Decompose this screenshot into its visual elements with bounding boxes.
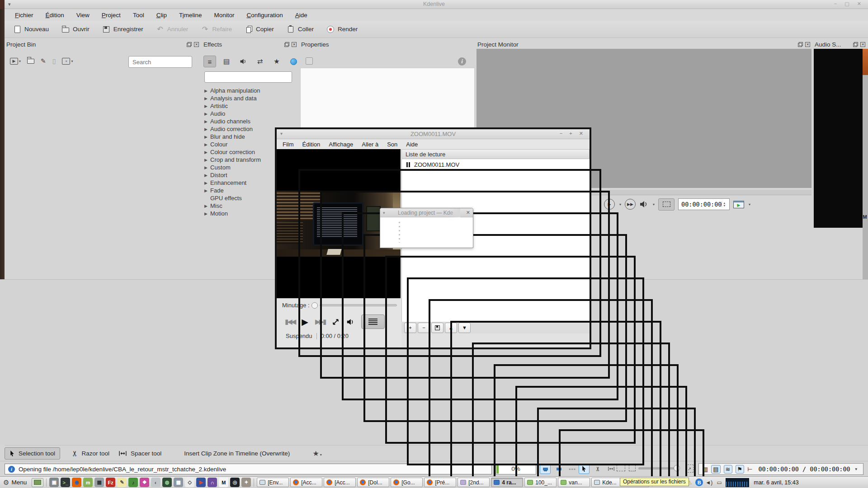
expand-arrow-icon[interactable]: ▶ bbox=[204, 127, 210, 131]
menu-item-project[interactable]: Project bbox=[102, 12, 121, 19]
window-titlebar[interactable]: ▾ Kdenlive − ▢ ✕ bbox=[0, 0, 868, 9]
razor-tool-button[interactable]: ✂ Razor tool bbox=[67, 447, 114, 460]
zone-mode-button[interactable] bbox=[658, 198, 675, 211]
timecode-dropdown-icon[interactable]: ▼ bbox=[854, 467, 858, 471]
coller-button[interactable]: Coller bbox=[283, 23, 318, 35]
player-menu-film[interactable]: Film bbox=[283, 141, 294, 148]
expand-arrow-icon[interactable]: ▶ bbox=[204, 135, 210, 139]
taskbar-window-button[interactable]: van... bbox=[558, 478, 590, 487]
terminal-launcher[interactable]: >_ bbox=[61, 478, 70, 487]
mkv-tool-launcher[interactable]: M bbox=[219, 478, 228, 487]
music-player-launcher[interactable]: ♪ bbox=[128, 478, 138, 487]
timeline-timecode[interactable]: 00:00:00:00 / 00:00:00:00 bbox=[758, 465, 850, 473]
float-panel-icon[interactable] bbox=[187, 42, 192, 47]
taskbar-window-button[interactable]: 100_... bbox=[524, 478, 557, 487]
expand-arrow-icon[interactable]: ▶ bbox=[204, 96, 210, 101]
ouvrir-button[interactable]: Ouvrir bbox=[57, 23, 94, 35]
copier-button[interactable]: Copier bbox=[241, 23, 278, 35]
taskbar-window-button[interactable]: [2nd... bbox=[458, 478, 490, 487]
effect-category[interactable]: ▶Alpha manipulation bbox=[204, 87, 296, 94]
close-panel-icon[interactable]: ✕ bbox=[860, 42, 865, 47]
obs-studio-launcher[interactable]: ◎ bbox=[230, 478, 240, 487]
favorite-star-icon[interactable]: ★▾ bbox=[312, 449, 321, 458]
firefox-launcher[interactable]: ◉ bbox=[72, 478, 81, 487]
show-desktop-button[interactable] bbox=[32, 478, 43, 487]
annuler-button[interactable]: ↶Annuler bbox=[152, 23, 193, 35]
taskbar-window-button[interactable]: [Pré... bbox=[424, 478, 456, 487]
menu-item-fichier[interactable]: Fichier bbox=[15, 12, 33, 19]
player-window-controls[interactable]: − + ✕ bbox=[560, 131, 586, 136]
taskbar-window-button[interactable]: [Acc... bbox=[324, 478, 356, 487]
spacer-tool-button[interactable]: Spacer tool bbox=[114, 447, 166, 460]
expand-arrow-icon[interactable]: ▶ bbox=[204, 173, 210, 178]
expand-arrow-icon[interactable]: ▶ bbox=[204, 165, 210, 170]
close-panel-icon[interactable]: ✕ bbox=[292, 42, 297, 47]
display-config-launcher[interactable]: ▣ bbox=[49, 478, 59, 487]
loading-project-dialog[interactable]: ▾ Loading project — Kde ✕ bbox=[380, 208, 473, 248]
dialog-close-icon[interactable]: ✕ bbox=[466, 210, 470, 216]
monitor-forward-button[interactable]: ▶▶ bbox=[625, 199, 636, 210]
view-mode-button[interactable]: ≡▾ bbox=[62, 58, 73, 65]
volume-icon[interactable]: ◄) bbox=[704, 478, 713, 487]
edit-clip-button[interactable]: ✎ bbox=[41, 57, 46, 65]
monitor-volume-icon[interactable] bbox=[639, 201, 648, 208]
menu-item-tool[interactable]: Tool bbox=[133, 12, 144, 19]
expand-arrow-icon[interactable]: ▶ bbox=[204, 188, 210, 193]
refaire-button[interactable]: ↷Refaire bbox=[197, 23, 236, 35]
nouveau-button[interactable]: Nouveau bbox=[9, 23, 53, 35]
dialog-caret-icon[interactable]: ▾ bbox=[383, 211, 385, 215]
volume-dropdown-icon[interactable]: ▾ bbox=[653, 202, 655, 206]
effect-category[interactable]: ▶Analysis and data bbox=[204, 94, 296, 102]
web-globe-launcher[interactable]: ◍ bbox=[162, 478, 172, 487]
menu-item-view[interactable]: View bbox=[76, 12, 90, 19]
video-editor-launcher[interactable]: ▶ bbox=[196, 478, 206, 487]
effects-search-input[interactable] bbox=[204, 71, 292, 83]
effect-category[interactable]: ▶Audio channels bbox=[204, 117, 296, 125]
player-menu-aller à[interactable]: Aller à bbox=[362, 141, 378, 148]
bluetooth-icon[interactable]: B bbox=[695, 479, 703, 486]
expand-arrow-icon[interactable]: ▶ bbox=[204, 142, 210, 147]
taskbar-window-button[interactable]: [Go... bbox=[391, 478, 423, 487]
timecode-spinner[interactable]: ▲▼ bbox=[722, 202, 726, 207]
expand-arrow-icon[interactable]: ▶ bbox=[204, 181, 210, 185]
video-thumbnails-icon[interactable]: ▤ bbox=[711, 465, 720, 474]
player-menu-affichage[interactable]: Affichage bbox=[329, 141, 353, 148]
expand-arrow-icon[interactable]: ▶ bbox=[204, 119, 210, 124]
effect-category[interactable]: ▶Artistic bbox=[204, 102, 296, 110]
play-options-dropdown-icon[interactable]: ▾ bbox=[619, 202, 621, 206]
expand-arrow-icon[interactable]: ▶ bbox=[204, 112, 210, 116]
float-panel-icon[interactable] bbox=[284, 42, 289, 47]
filezilla-launcher[interactable]: Fz bbox=[106, 478, 115, 487]
create-folder-button[interactable] bbox=[27, 59, 34, 64]
audio-level-slider[interactable] bbox=[863, 49, 868, 75]
expand-arrow-icon[interactable]: ▶ bbox=[204, 104, 210, 108]
headphones-launcher[interactable]: ∩ bbox=[208, 478, 217, 487]
gimp-launcher[interactable]: ✦ bbox=[241, 478, 251, 487]
player-menu-édition[interactable]: Édition bbox=[302, 141, 321, 148]
previous-button[interactable]: ▮◀◀ bbox=[285, 318, 295, 326]
close-panel-icon[interactable]: ✕ bbox=[805, 42, 810, 47]
video-effects-button[interactable]: ▤ bbox=[220, 56, 233, 67]
window-controls[interactable]: − ▢ ✕ bbox=[834, 1, 864, 7]
linux-mint-launcher[interactable]: m bbox=[83, 478, 93, 487]
media-device-launcher[interactable]: ▦ bbox=[94, 478, 104, 487]
menu-item-monitor[interactable]: Monitor bbox=[214, 12, 234, 19]
menu-item-aide[interactable]: Aide bbox=[295, 12, 307, 19]
playlist-item[interactable]: ZOOM0011.MOV bbox=[401, 159, 590, 170]
float-panel-icon[interactable] bbox=[798, 42, 803, 47]
player-menu-aide[interactable]: Aide bbox=[406, 141, 418, 148]
float-panel-icon[interactable] bbox=[853, 42, 858, 47]
effect-category[interactable]: ▶Audio bbox=[204, 110, 296, 117]
render-button[interactable]: Render bbox=[322, 23, 362, 35]
monitor-timecode-field[interactable]: 00:00:00:00 ▲▼ bbox=[678, 198, 730, 210]
expand-arrow-icon[interactable]: ▶ bbox=[204, 150, 210, 155]
menu-item-clip[interactable]: Clip bbox=[156, 12, 167, 19]
audio-effects-button[interactable] bbox=[237, 56, 250, 67]
expand-arrow-icon[interactable]: ▶ bbox=[204, 211, 210, 216]
transitions-button[interactable]: ⇄ bbox=[254, 56, 266, 67]
project-bin-search-input[interactable] bbox=[128, 56, 192, 68]
add-clip-button[interactable]: ▶▾ bbox=[10, 58, 21, 65]
effects-list-view-button[interactable]: ≡ bbox=[203, 56, 216, 67]
menu-item-configuration[interactable]: Configuration bbox=[246, 12, 283, 19]
taskbar-window-button[interactable]: [Dol... bbox=[357, 478, 389, 487]
